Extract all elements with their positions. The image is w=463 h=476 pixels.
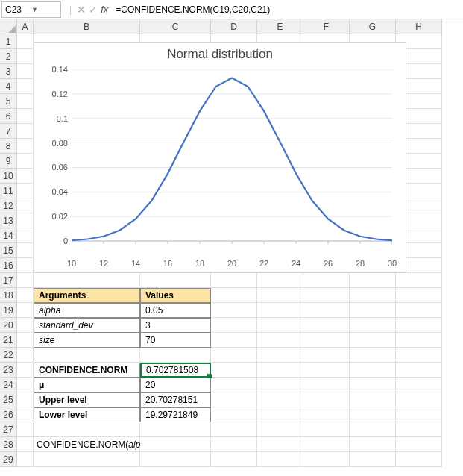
cell[interactable] [350,303,396,318]
cell[interactable] [211,452,257,467]
cell[interactable] [303,303,350,318]
cell[interactable] [211,378,257,392]
row-header[interactable]: 13 [0,213,17,228]
row-header[interactable]: 15 [0,243,17,258]
cell[interactable] [257,303,303,318]
column-header[interactable]: B [34,19,140,34]
row-header[interactable]: 24 [0,378,17,392]
check-icon[interactable]: ✓ [89,4,98,16]
cell[interactable] [350,273,396,288]
cell[interactable] [396,348,442,363]
cell[interactable] [17,79,34,94]
cell[interactable] [17,333,34,348]
row-header[interactable]: 8 [0,139,17,154]
cell[interactable] [34,273,140,288]
cell[interactable] [350,333,396,348]
cell[interactable] [140,422,211,437]
cell[interactable] [17,154,34,169]
cell[interactable] [303,363,350,378]
cell[interactable] [17,243,34,258]
cell[interactable] [303,407,350,422]
cell[interactable] [17,378,34,392]
cell[interactable] [140,437,211,452]
cell[interactable] [303,437,350,452]
cell[interactable] [257,333,303,348]
cell[interactable] [396,422,442,437]
cell[interactable] [396,318,442,333]
row-header[interactable]: 29 [0,452,17,467]
cell[interactable] [303,422,350,437]
row-header[interactable]: 28 [0,437,17,452]
cell[interactable] [350,437,396,452]
cell[interactable] [34,452,140,467]
cell[interactable] [17,392,34,407]
table-result-label[interactable]: μ [34,378,140,392]
row-header[interactable]: 3 [0,64,17,79]
cell[interactable] [211,363,257,378]
table-result-value[interactable]: 20 [140,378,211,392]
cell[interactable] [257,288,303,303]
cell[interactable] [17,363,34,378]
cell[interactable] [396,392,442,407]
fx-icon[interactable]: fx [101,4,108,15]
name-box[interactable]: C23 ▼ [1,1,61,18]
row-header[interactable]: 14 [0,228,17,243]
cell[interactable] [211,273,257,288]
row-header[interactable]: 7 [0,124,17,139]
cell[interactable] [396,333,442,348]
cell[interactable] [396,363,442,378]
cell[interactable] [211,392,257,407]
cell[interactable] [303,392,350,407]
row-header[interactable]: 1 [0,34,17,49]
cell[interactable] [396,452,442,467]
column-header[interactable]: D [211,19,257,34]
cell[interactable] [211,407,257,422]
cell[interactable] [17,94,34,109]
row-header[interactable]: 5 [0,94,17,109]
cell[interactable] [17,124,34,139]
cell[interactable] [257,363,303,378]
cell[interactable] [17,407,34,422]
cell[interactable] [211,303,257,318]
row-header[interactable]: 9 [0,154,17,169]
cell[interactable] [257,437,303,452]
row-header[interactable]: 26 [0,407,17,422]
cell[interactable] [350,407,396,422]
cell[interactable] [17,184,34,198]
cell[interactable] [257,348,303,363]
cell[interactable] [396,303,442,318]
cell[interactable] [350,288,396,303]
row-header[interactable]: 21 [0,333,17,348]
cell[interactable] [396,288,442,303]
cell[interactable] [140,348,211,363]
cell[interactable] [211,348,257,363]
chart-normal-distribution[interactable]: Normal distribution 00.020.040.060.080.1… [34,42,406,273]
cell[interactable] [17,34,34,49]
row-header[interactable]: 11 [0,184,17,198]
cell[interactable] [350,348,396,363]
cell[interactable] [350,392,396,407]
cell[interactable] [17,198,34,213]
cell[interactable] [17,303,34,318]
cell[interactable] [17,169,34,184]
column-header[interactable]: C [140,19,211,34]
cell[interactable] [396,273,442,288]
cell[interactable] [303,318,350,333]
cell[interactable] [17,437,34,452]
row-header[interactable]: 16 [0,258,17,273]
cell[interactable] [350,363,396,378]
cell[interactable] [211,288,257,303]
cell[interactable] [303,288,350,303]
table-argument-value[interactable]: 3 [140,318,211,333]
table-argument-value[interactable]: 70 [140,333,211,348]
cell[interactable] [17,288,34,303]
cell[interactable] [257,318,303,333]
cell[interactable] [17,348,34,363]
table-argument-label[interactable]: alpha [34,303,140,318]
cell[interactable] [140,273,211,288]
table-header-arguments[interactable]: Arguments [34,288,140,303]
chevron-down-icon[interactable]: ▼ [31,6,57,13]
cell[interactable] [303,378,350,392]
row-header[interactable]: 20 [0,318,17,333]
cell[interactable] [396,378,442,392]
